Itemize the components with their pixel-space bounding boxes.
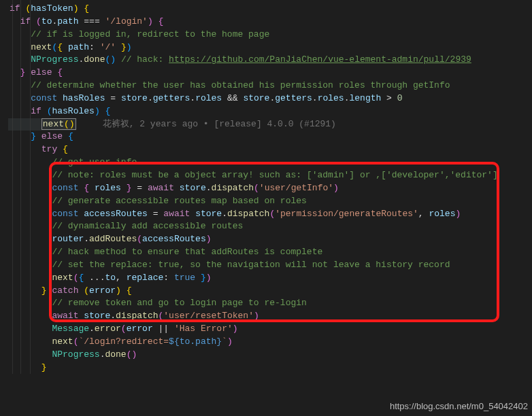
code-line[interactable]: } else { <box>10 67 532 80</box>
code-line[interactable]: // generate accessible routes map based … <box>10 195 532 208</box>
watermark: https://blog.csdn.net/m0_54042402 <box>390 400 528 413</box>
code-line[interactable]: // remove token and go to login page to … <box>10 297 532 310</box>
code-line[interactable]: } <box>10 362 532 375</box>
code-editor[interactable]: if (hasToken) { if (to.path === '/login'… <box>0 0 532 374</box>
code-line[interactable]: const accessRoutes = await store.dispatc… <box>10 208 532 221</box>
code-line[interactable]: next(`/login?redirect=${to.path}`) <box>10 336 532 349</box>
code-line[interactable]: // hack method to ensure that addRoutes … <box>10 246 532 259</box>
code-line[interactable]: const hasRoles = store.getters.roles && … <box>10 92 532 105</box>
code-line[interactable]: // dynamically add accessible routes <box>10 220 532 233</box>
git-blame-lens[interactable]: 花裤衩, 2 years ago • [release] 4.0.0 (#129… <box>76 119 336 129</box>
code-line[interactable]: Message.error(error || 'Has Error') <box>10 323 532 336</box>
hack-url[interactable]: https://github.com/PanJiaChen/vue-elemen… <box>169 54 471 65</box>
code-line[interactable]: await store.dispatch('user/resetToken') <box>10 310 532 323</box>
code-line[interactable]: try { <box>10 143 532 156</box>
code-line[interactable]: next({ path: '/' }) <box>10 41 532 54</box>
code-line[interactable]: router.addRoutes(accessRoutes) <box>10 233 532 246</box>
cursor-line[interactable]: next() 花裤衩, 2 years ago • [release] 4.0.… <box>10 118 532 131</box>
indent-guide <box>30 0 31 374</box>
code-line[interactable]: // if is logged in, redirect to the home… <box>10 29 532 41</box>
code-line[interactable]: } else { <box>10 131 532 143</box>
indent-guide <box>20 0 21 374</box>
code-line[interactable]: if (to.path === '/login') { <box>10 16 532 29</box>
code-line[interactable]: // note: roles must be a object array! s… <box>10 169 532 182</box>
code-line[interactable]: NProgress.done() // hack: https://github… <box>10 54 532 67</box>
code-line[interactable]: // determine whether the user has obtain… <box>10 80 532 92</box>
code-line[interactable]: if (hasRoles) { <box>10 105 532 118</box>
code-line[interactable]: next({ ...to, replace: true }) <box>10 272 532 285</box>
code-line[interactable]: NProgress.done() <box>10 349 532 362</box>
code-line[interactable]: const { roles } = await store.dispatch('… <box>10 182 532 195</box>
code-line[interactable]: } catch (error) { <box>10 285 532 298</box>
code-line[interactable]: // set the replace: true, so the navigat… <box>10 259 532 272</box>
code-line[interactable]: // get user info <box>10 156 532 169</box>
code-line[interactable]: if (hasToken) { <box>10 3 532 16</box>
indent-guide <box>12 0 13 374</box>
